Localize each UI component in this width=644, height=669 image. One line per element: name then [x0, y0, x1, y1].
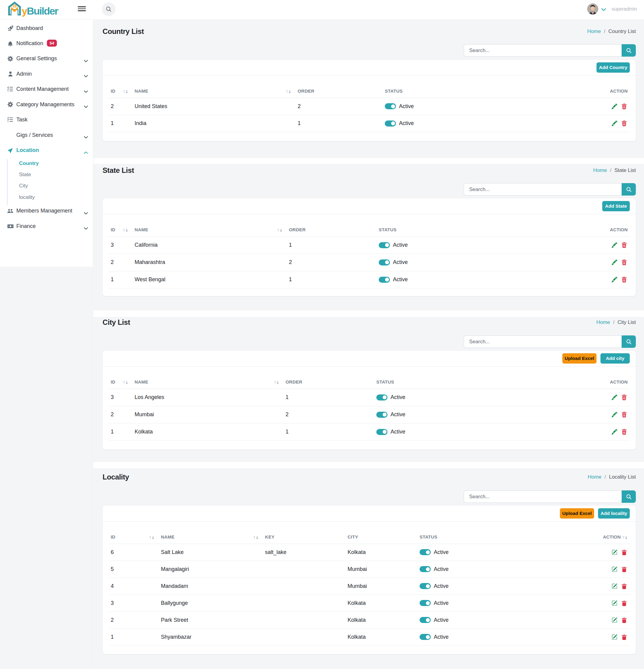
svg-text:yBuilder: yBuilder [22, 5, 59, 17]
